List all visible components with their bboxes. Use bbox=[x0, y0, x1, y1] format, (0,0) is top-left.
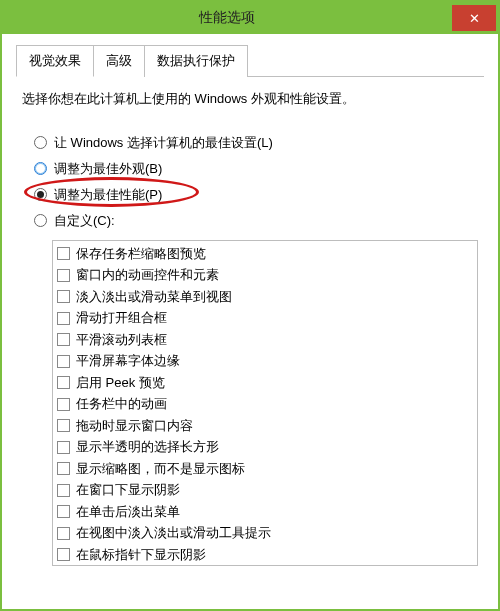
radio-label: 调整为最佳外观(B) bbox=[54, 160, 162, 178]
radio-label: 自定义(C): bbox=[54, 212, 115, 230]
list-item[interactable]: 在桌面上为图标标签使用阴影 bbox=[57, 565, 473, 566]
list-item-label: 在单击后淡出菜单 bbox=[76, 502, 180, 522]
tab-strip: 视觉效果 高级 数据执行保护 bbox=[16, 44, 484, 77]
list-item-label: 拖动时显示窗口内容 bbox=[76, 416, 193, 436]
list-item[interactable]: 显示半透明的选择长方形 bbox=[57, 436, 473, 458]
checkbox-icon bbox=[57, 376, 70, 389]
list-item[interactable]: 平滑屏幕字体边缘 bbox=[57, 350, 473, 372]
list-item-label: 平滑滚动列表框 bbox=[76, 330, 167, 350]
list-item[interactable]: 在单击后淡出菜单 bbox=[57, 501, 473, 523]
list-item[interactable]: 任务栏中的动画 bbox=[57, 393, 473, 415]
radio-let-windows-choose[interactable]: 让 Windows 选择计算机的最佳设置(L) bbox=[34, 130, 484, 156]
list-item[interactable]: 在窗口下显示阴影 bbox=[57, 479, 473, 501]
checkbox-icon bbox=[57, 312, 70, 325]
list-item-label: 在视图中淡入淡出或滑动工具提示 bbox=[76, 523, 271, 543]
list-item[interactable]: 显示缩略图，而不是显示图标 bbox=[57, 458, 473, 480]
checkbox-icon bbox=[57, 355, 70, 368]
list-item-label: 任务栏中的动画 bbox=[76, 394, 167, 414]
radio-best-performance[interactable]: 调整为最佳性能(P) bbox=[34, 182, 484, 208]
description-text: 选择你想在此计算机上使用的 Windows 外观和性能设置。 bbox=[22, 89, 478, 110]
list-item-label: 窗口内的动画控件和元素 bbox=[76, 265, 219, 285]
content-area: 视觉效果 高级 数据执行保护 选择你想在此计算机上使用的 Windows 外观和… bbox=[2, 34, 498, 609]
checkbox-icon bbox=[57, 398, 70, 411]
window-title: 性能选项 bbox=[2, 9, 452, 27]
checkbox-icon bbox=[57, 527, 70, 540]
checkbox-icon bbox=[57, 290, 70, 303]
close-button[interactable]: ✕ bbox=[452, 5, 496, 31]
performance-options-window: 性能选项 ✕ 视觉效果 高级 数据执行保护 选择你想在此计算机上使用的 Wind… bbox=[0, 0, 500, 611]
checkbox-icon bbox=[57, 333, 70, 346]
list-item-label: 显示半透明的选择长方形 bbox=[76, 437, 219, 457]
checkbox-icon bbox=[57, 247, 70, 260]
checkbox-icon bbox=[57, 548, 70, 561]
radio-label: 调整为最佳性能(P) bbox=[54, 186, 162, 204]
checkbox-icon bbox=[57, 419, 70, 432]
titlebar: 性能选项 ✕ bbox=[2, 2, 498, 34]
list-item-label: 在窗口下显示阴影 bbox=[76, 480, 180, 500]
list-item-label: 在鼠标指针下显示阴影 bbox=[76, 545, 206, 565]
list-item-label: 平滑屏幕字体边缘 bbox=[76, 351, 180, 371]
list-item[interactable]: 在视图中淡入淡出或滑动工具提示 bbox=[57, 522, 473, 544]
list-item-label: 淡入淡出或滑动菜单到视图 bbox=[76, 287, 232, 307]
checkbox-icon bbox=[57, 462, 70, 475]
checkbox-icon bbox=[57, 505, 70, 518]
radio-icon bbox=[34, 136, 47, 149]
list-item-label: 显示缩略图，而不是显示图标 bbox=[76, 459, 245, 479]
list-item-label: 保存任务栏缩略图预览 bbox=[76, 244, 206, 264]
radio-label: 让 Windows 选择计算机的最佳设置(L) bbox=[54, 134, 273, 152]
checkbox-icon bbox=[57, 441, 70, 454]
list-item[interactable]: 拖动时显示窗口内容 bbox=[57, 415, 473, 437]
radio-icon bbox=[34, 162, 47, 175]
list-item[interactable]: 淡入淡出或滑动菜单到视图 bbox=[57, 286, 473, 308]
visual-effects-list[interactable]: 保存任务栏缩略图预览 窗口内的动画控件和元素 淡入淡出或滑动菜单到视图 滑动打开… bbox=[52, 240, 478, 566]
radio-best-appearance[interactable]: 调整为最佳外观(B) bbox=[34, 156, 484, 182]
list-item[interactable]: 平滑滚动列表框 bbox=[57, 329, 473, 351]
checkbox-icon bbox=[57, 269, 70, 282]
list-item[interactable]: 保存任务栏缩略图预览 bbox=[57, 243, 473, 265]
radio-group: 让 Windows 选择计算机的最佳设置(L) 调整为最佳外观(B) 调整为最佳… bbox=[34, 130, 484, 234]
list-item[interactable]: 启用 Peek 预览 bbox=[57, 372, 473, 394]
checkbox-icon bbox=[57, 484, 70, 497]
list-item-label: 滑动打开组合框 bbox=[76, 308, 167, 328]
radio-custom[interactable]: 自定义(C): bbox=[34, 208, 484, 234]
tab-visual-effects[interactable]: 视觉效果 bbox=[16, 45, 94, 77]
radio-icon bbox=[34, 188, 47, 201]
list-item-label: 启用 Peek 预览 bbox=[76, 373, 165, 393]
list-item[interactable]: 在鼠标指针下显示阴影 bbox=[57, 544, 473, 566]
tab-dep[interactable]: 数据执行保护 bbox=[144, 45, 248, 77]
radio-icon bbox=[34, 214, 47, 227]
close-icon: ✕ bbox=[469, 11, 480, 26]
list-item[interactable]: 滑动打开组合框 bbox=[57, 307, 473, 329]
tab-advanced[interactable]: 高级 bbox=[93, 45, 145, 77]
list-item[interactable]: 窗口内的动画控件和元素 bbox=[57, 264, 473, 286]
